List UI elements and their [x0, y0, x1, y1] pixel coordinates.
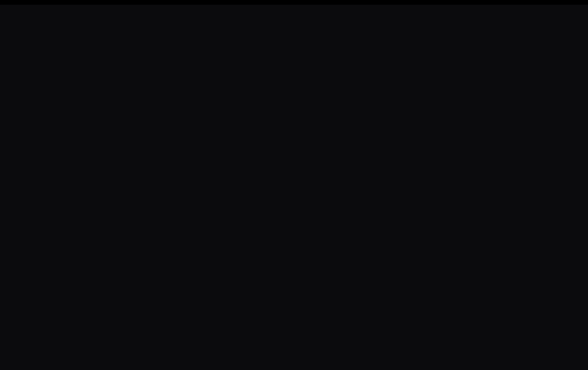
app-root — [0, 5, 588, 370]
panel-grid — [0, 5, 588, 9]
